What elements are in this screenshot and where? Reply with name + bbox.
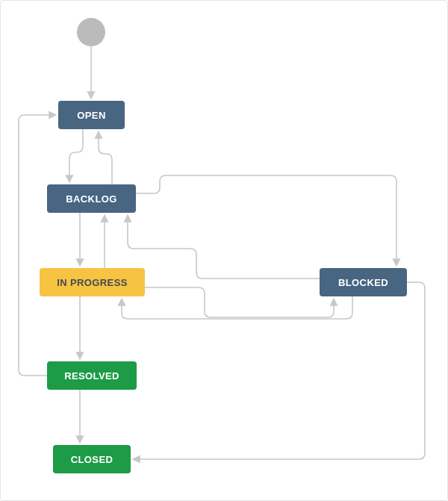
state-label: BACKLOG [66,193,117,205]
state-node-blocked: BLOCKED [320,268,407,296]
edge-resolved-to-open [19,115,56,376]
edge-open-to-backlog [69,129,83,182]
edge-blocked-to-backlog [128,215,320,278]
edges-layer [1,1,448,501]
state-label: BLOCKED [338,277,388,288]
edge-blocked-to-closed [133,282,425,459]
state-label: OPEN [77,110,105,121]
edge-blocked-to-inprogress [122,296,352,319]
state-label: RESOLVED [64,370,119,382]
state-node-backlog: BACKLOG [47,184,136,213]
workflow-diagram: OPEN BACKLOG IN PROGRESS BLOCKED RESOLVE… [0,0,448,501]
state-label: CLOSED [71,454,113,465]
start-node [77,18,105,46]
edge-backlog-to-blocked [136,175,396,266]
state-node-open: OPEN [58,101,125,129]
state-node-resolved: RESOLVED [47,361,137,390]
state-node-in-progress: IN PROGRESS [40,268,145,296]
state-label: IN PROGRESS [57,277,128,288]
edge-inprogress-to-blocked [145,287,334,317]
state-node-closed: CLOSED [53,445,131,473]
edge-backlog-to-open [99,131,112,184]
